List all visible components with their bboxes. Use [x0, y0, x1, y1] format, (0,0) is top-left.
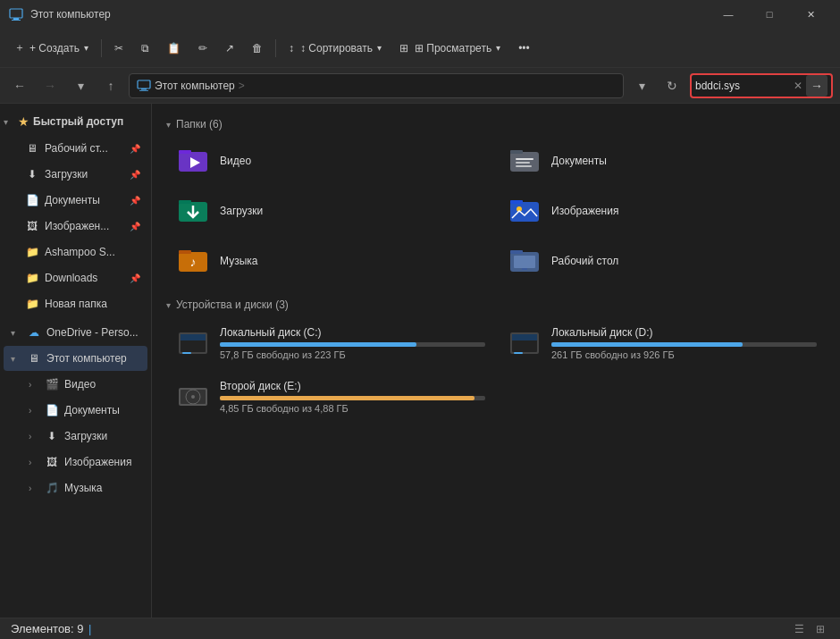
search-go-button[interactable]: → [806, 75, 827, 97]
sidebar-item-music2[interactable]: › 🎵 Музыка [4, 475, 147, 500]
ashampoo-icon: 📁 [25, 245, 39, 259]
sidebar-item-images[interactable]: 🖼 Изображен... 📌 [4, 214, 147, 239]
rename-icon: ✏ [198, 42, 207, 55]
sidebar-item-video[interactable]: › 🎬 Видео [4, 372, 147, 397]
paste-button[interactable]: 📋 [160, 34, 188, 63]
minimize-button[interactable]: — [708, 0, 749, 29]
sidebar-dl2-label: Загрузки [64, 430, 140, 442]
up-button[interactable]: ↑ [98, 73, 123, 98]
sidebar-onedrive-label: OneDrive - Perso... [46, 326, 140, 339]
cut-button[interactable]: ✂ [107, 34, 130, 63]
sidebar-item-img2[interactable]: › 🖼 Изображения [4, 450, 147, 475]
search-clear-button[interactable]: ✕ [794, 80, 802, 92]
sidebar-item-desktop[interactable]: 🖥 Рабочий ст... 📌 [4, 136, 147, 161]
grid-view-button[interactable]: ⊞ [811, 620, 829, 638]
downloads2-icon: 📁 [25, 271, 39, 285]
disks-grid: Локальный диск (C:) 57,8 ГБ свободно из … [166, 318, 826, 422]
history-button[interactable]: ▾ [68, 73, 93, 98]
sidebar-onedrive[interactable]: ▾ ☁ OneDrive - Perso... [4, 320, 147, 345]
sort-dropdown-icon: ▾ [377, 43, 382, 53]
folder-images[interactable]: Изображения [498, 188, 826, 234]
onedrive-expand-icon: ▾ [11, 328, 21, 338]
svg-rect-29 [181, 334, 206, 341]
disk-e[interactable]: Второй диск (E:) 4,85 ГБ свободно из 4,8… [166, 372, 494, 422]
share-button[interactable]: ↗ [218, 34, 241, 63]
sidebar-img2-label: Изображения [64, 456, 140, 468]
onedrive-icon: ☁ [27, 325, 41, 340]
disk-e-icon [175, 379, 211, 415]
sidebar-video-label: Видео [64, 378, 140, 391]
svg-rect-26 [522, 268, 527, 270]
music2-sidebar-icon: 🎵 [45, 481, 59, 495]
disk-d[interactable]: Локальный диск (D:) 261 ГБ свободно из 9… [498, 318, 826, 368]
folders-toggle[interactable]: ▾ [166, 120, 171, 130]
breadcrumb[interactable]: Этот компьютер > [129, 73, 624, 98]
sidebar-downloads2-label: Downloads [45, 272, 122, 284]
rename-button[interactable]: ✏ [191, 34, 214, 63]
sidebar-item-docs2[interactable]: › 📄 Документы [4, 398, 147, 423]
search-box[interactable]: ✕ → [690, 73, 833, 98]
folder-desktop[interactable]: Рабочий стол [498, 238, 826, 284]
sidebar-ashampoo-label: Ashampoo S... [45, 246, 140, 258]
svg-rect-2 [12, 20, 21, 21]
folder-downloads[interactable]: Загрузки [166, 188, 494, 234]
disks-toggle[interactable]: ▾ [166, 300, 171, 310]
window-controls: — □ ✕ [708, 0, 831, 29]
sidebar-item-downloads[interactable]: ⬇ Загрузки 📌 [4, 162, 147, 187]
list-view-button[interactable]: ☰ [790, 620, 808, 638]
sidebar-item-downloads2[interactable]: 📁 Downloads 📌 [4, 265, 147, 290]
copy-button[interactable]: ⧉ [134, 34, 156, 63]
close-button[interactable]: ✕ [790, 0, 831, 29]
sidebar-item-documents[interactable]: 📄 Документы 📌 [4, 188, 147, 213]
sidebar-quick-access-header[interactable]: ▾ ★ Быстрый доступ [0, 109, 151, 134]
share-icon: ↗ [225, 42, 234, 55]
new-folder-icon: 📁 [25, 297, 39, 311]
svg-rect-17 [510, 202, 539, 222]
elements-count: Элементов: 9 [11, 622, 83, 635]
sidebar-downloads-label: Загрузки [45, 168, 122, 181]
search-input[interactable] [695, 80, 790, 92]
folder-music[interactable]: ♪ Музыка [166, 238, 494, 284]
sidebar-item-ashampoo[interactable]: 📁 Ashampoo S... [4, 240, 147, 265]
disk-c-space: 57,8 ГБ свободно из 223 ГБ [220, 349, 485, 360]
sidebar-music2-label: Музыка [64, 482, 140, 494]
more-button[interactable]: ••• [511, 34, 537, 63]
sidebar-item-dl2[interactable]: › ⬇ Загрузки [4, 424, 147, 449]
folder-docs[interactable]: Документы [498, 138, 826, 184]
sidebar-docs-label: Документы [45, 194, 122, 206]
more-icon: ••• [518, 42, 530, 55]
back-button[interactable]: ← [7, 73, 32, 98]
pin-icon: 📌 [130, 144, 140, 154]
thispc-icon: 🖥 [27, 351, 41, 366]
folders-grid: Видео Документы [166, 138, 826, 284]
create-button[interactable]: ＋ + Создать ▾ [7, 34, 96, 63]
delete-button[interactable]: 🗑 [245, 34, 270, 63]
disk-e-space: 4,85 ГБ свободно из 4,88 ГБ [220, 403, 485, 414]
disk-d-space: 261 ГБ свободно из 926 ГБ [551, 349, 817, 360]
folders-section-header: ▾ Папки (6) [166, 118, 826, 130]
dropdown-button[interactable]: ▾ [629, 73, 654, 98]
disk-c[interactable]: Локальный диск (C:) 57,8 ГБ свободно из … [166, 318, 494, 368]
video-expand-icon: › [29, 380, 39, 390]
address-bar: ← → ▾ ↑ Этот компьютер > ▾ ↻ ✕ → [0, 68, 840, 104]
svg-rect-12 [516, 162, 530, 164]
sidebar-this-pc[interactable]: ▾ 🖥 Этот компьютер [4, 346, 147, 371]
img2-expand-icon: › [29, 458, 39, 467]
forward-button[interactable]: → [38, 73, 63, 98]
pin-icon-4: 📌 [130, 222, 140, 231]
sort-button[interactable]: ↕ ↕ Сортировать ▾ [281, 34, 389, 63]
img2-sidebar-icon: 🖼 [45, 455, 59, 469]
status-bar: Элементов: 9 | ☰ ⊞ [0, 618, 840, 639]
view-icon: ⊞ [399, 42, 408, 55]
app-icon [9, 7, 23, 21]
downloads-folder-icon [175, 193, 211, 229]
refresh-button[interactable]: ↻ [659, 73, 685, 98]
sidebar-item-new-folder[interactable]: 📁 Новая папка [4, 291, 147, 316]
dl2-expand-icon: › [29, 432, 39, 441]
maximize-button[interactable]: □ [749, 0, 790, 29]
disk-e-name: Второй диск (E:) [220, 380, 485, 392]
view-buttons: ☰ ⊞ [790, 620, 829, 638]
disk-e-bar-bg [220, 396, 485, 400]
view-button[interactable]: ⊞ ⊞ Просматреть ▾ [392, 34, 508, 63]
folder-video[interactable]: Видео [166, 138, 494, 184]
